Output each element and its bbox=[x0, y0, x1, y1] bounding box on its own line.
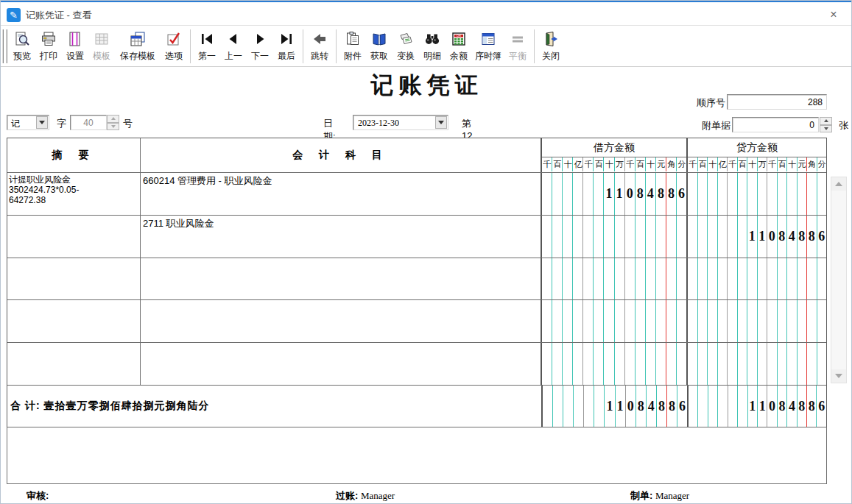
attachment-button[interactable]: 附件 bbox=[339, 27, 366, 65]
attachment-count-input[interactable]: 0 bbox=[732, 117, 819, 132]
amount-digit-cell: 8 bbox=[807, 216, 817, 258]
amount-digit-cell bbox=[767, 343, 778, 385]
close-voucher-button[interactable]: 关闭 bbox=[538, 27, 564, 65]
amount-digit-cell bbox=[718, 258, 728, 300]
amount-digit-cell bbox=[573, 173, 583, 215]
preview-button[interactable]: 预览 bbox=[9, 27, 35, 65]
amount-digit-cell bbox=[656, 343, 666, 385]
digit-column-header: 千 bbox=[728, 157, 738, 171]
last-button[interactable]: 最后 bbox=[273, 27, 300, 65]
digit-column-header: 亿 bbox=[718, 157, 728, 171]
save-template-button[interactable]: 保存模板 bbox=[115, 27, 161, 65]
amount-digit-cell bbox=[787, 258, 798, 300]
print-label: 打印 bbox=[40, 50, 57, 62]
amount-digit-cell bbox=[677, 258, 686, 300]
attachment-count-stepper[interactable] bbox=[820, 117, 832, 132]
page-setup-button[interactable]: 设置 bbox=[62, 27, 88, 65]
amount-digit-cell bbox=[615, 216, 625, 258]
digit-column-header: 千 bbox=[767, 157, 778, 171]
amount-digit-cell bbox=[563, 386, 574, 427]
first-label: 第一 bbox=[198, 50, 216, 62]
scrollbar-up-icon[interactable] bbox=[831, 177, 846, 191]
amount-digit-cell bbox=[666, 300, 677, 342]
digit-column-header: 十 bbox=[563, 157, 573, 171]
table-row bbox=[7, 299, 826, 342]
journal-button[interactable]: 序时簿 bbox=[472, 27, 504, 65]
amount-digit-cell bbox=[688, 216, 698, 258]
digit-column-header: 十 bbox=[604, 157, 614, 171]
summary-cell bbox=[7, 216, 141, 258]
detail-label: 明细 bbox=[423, 50, 441, 62]
balance-label: 余额 bbox=[450, 50, 468, 62]
chevron-down-icon[interactable] bbox=[36, 116, 48, 129]
amount-digit-cell: 6 bbox=[817, 386, 825, 427]
detail-icon bbox=[423, 28, 441, 50]
amount-digit-cell bbox=[552, 343, 563, 385]
amount-digit-cell: 4 bbox=[787, 386, 797, 427]
next-button[interactable]: 下一 bbox=[247, 27, 273, 65]
prev-label: 上一 bbox=[225, 50, 242, 62]
credit-amount-cell bbox=[688, 258, 826, 300]
amount-digit-cell bbox=[738, 258, 748, 300]
voucher-word-value: 记 bbox=[11, 118, 20, 130]
amount-digit-cell bbox=[542, 343, 552, 385]
page-setup-label: 设置 bbox=[66, 50, 84, 62]
stepper-down-icon bbox=[107, 123, 119, 131]
jump-button[interactable]: 跳转 bbox=[306, 27, 333, 65]
amount-digit-cell bbox=[636, 300, 646, 342]
amount-digit-cell: 4 bbox=[787, 216, 798, 258]
print-button[interactable]: 打印 bbox=[35, 27, 62, 65]
detail-button[interactable]: 明细 bbox=[419, 27, 446, 65]
amount-digit-cell bbox=[807, 173, 817, 215]
amount-digit-cell bbox=[728, 343, 738, 385]
amount-digit-cell bbox=[698, 216, 708, 258]
amount-digit-cell bbox=[625, 258, 636, 300]
digit-column-header: 角 bbox=[666, 157, 677, 171]
stepper-down-icon[interactable] bbox=[820, 125, 832, 133]
scrollbar-down-icon[interactable] bbox=[831, 369, 846, 383]
stepper-up-icon[interactable] bbox=[820, 117, 832, 125]
fetch-button[interactable]: 获取 bbox=[366, 27, 392, 65]
amount-digit-cell: 0 bbox=[767, 216, 778, 258]
app-icon: ✎ bbox=[7, 8, 21, 22]
table-row: 2711 职业风险金 11084886 bbox=[7, 215, 826, 258]
amount-digit-cell bbox=[625, 216, 636, 258]
amount-digit-cell bbox=[574, 386, 584, 427]
attachment-count-row: 附单据 0 张 bbox=[686, 117, 852, 132]
date-select[interactable]: 2023-12-30 bbox=[353, 115, 448, 130]
digit-column-header: 千 bbox=[542, 157, 552, 171]
amount-digit-cell: 0 bbox=[625, 173, 636, 215]
account-cell: 660214 管理费用 - 职业风险金 bbox=[141, 173, 542, 215]
attachment-unit-label: 张 bbox=[839, 119, 848, 132]
credit-header-label: 贷方金额 bbox=[688, 138, 826, 157]
balance-button[interactable]: CHI 余额 bbox=[446, 27, 472, 65]
options-button[interactable]: 选项 bbox=[161, 27, 187, 65]
digit-column-header: 千 bbox=[583, 157, 594, 171]
first-button[interactable]: 第一 bbox=[194, 27, 220, 65]
amount-digit-cell bbox=[656, 216, 666, 258]
amount-digit-cell bbox=[767, 258, 778, 300]
amount-digit-cell bbox=[798, 300, 808, 342]
chevron-down-icon[interactable] bbox=[435, 116, 447, 129]
toolbar-grip[interactable] bbox=[2, 29, 7, 63]
voucher-word-select[interactable]: 记 bbox=[7, 115, 49, 130]
sequence-input[interactable]: 288 bbox=[727, 94, 827, 110]
prev-button[interactable]: 上一 bbox=[220, 27, 247, 65]
amount-digit-cell bbox=[798, 258, 808, 300]
window-close-button[interactable]: × bbox=[825, 7, 842, 22]
options-icon bbox=[165, 28, 183, 50]
convert-button[interactable]: 变换 bbox=[392, 27, 419, 65]
amount-digit-cell bbox=[787, 343, 798, 385]
amount-digit-cell bbox=[636, 216, 646, 258]
amount-digit-cell bbox=[583, 300, 594, 342]
amount-digit-cell: 1 bbox=[758, 216, 768, 258]
amount-digit-cell bbox=[604, 300, 614, 342]
close-door-icon bbox=[542, 28, 560, 50]
digit-column-header: 万 bbox=[615, 157, 625, 171]
amount-digit-cell bbox=[573, 300, 583, 342]
vertical-scrollbar[interactable] bbox=[831, 177, 847, 383]
amount-digit-cell bbox=[738, 216, 748, 258]
equalize-button: 平衡 bbox=[504, 27, 531, 65]
number-suffix-label: 号 bbox=[123, 117, 133, 130]
amount-digit-cell: 8 bbox=[657, 386, 667, 427]
